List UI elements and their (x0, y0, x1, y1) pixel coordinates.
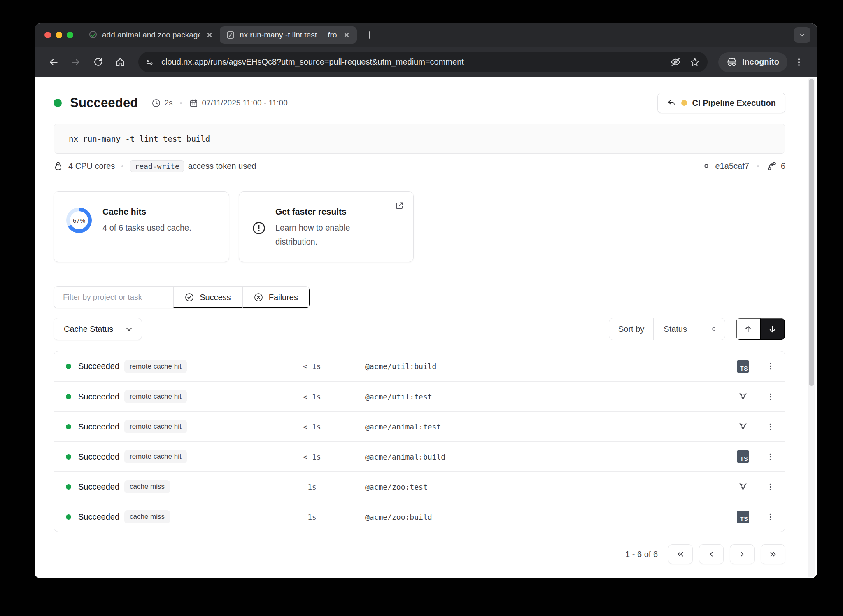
sort-field-value: Status (664, 324, 687, 334)
row-menu-icon[interactable] (763, 509, 778, 524)
task-name[interactable]: @acme/animal:test (365, 422, 441, 431)
distribution-line2: distribution. (275, 237, 317, 246)
tool-icon: TS (736, 420, 750, 433)
incognito-badge: Incognito (718, 52, 787, 72)
run-meta-row: 4 CPU cores read-write access token used… (54, 159, 785, 173)
page-content: Succeeded 2s 07/11/2025 11:00 - 11:00 CI… (35, 77, 817, 578)
forward-icon[interactable] (66, 52, 86, 72)
tab-nx-run[interactable]: nx run-many -t lint test ... fro (220, 26, 357, 44)
vitest-icon (738, 481, 748, 492)
row-menu-icon[interactable] (763, 449, 778, 464)
cache-status-dropdown[interactable]: Cache Status (54, 318, 142, 340)
maximize-window-button[interactable] (67, 32, 73, 38)
table-row[interactable]: Succeeded remote cache hit < 1s @acme/an… (54, 411, 785, 441)
task-status-dot (66, 424, 71, 429)
branch-count[interactable]: 6 (781, 161, 785, 171)
home-icon[interactable] (110, 52, 130, 72)
browser-window: add animal and zoo packages nx run-many … (35, 23, 817, 578)
command-text: nx run-many -t lint test build (69, 134, 210, 143)
run-duration: 2s (165, 98, 173, 107)
task-name[interactable]: @acme/util:build (365, 362, 436, 371)
sort-by-label: Sort by (609, 318, 653, 340)
task-name[interactable]: @acme/zoo:build (365, 513, 432, 521)
first-page-button[interactable] (668, 544, 693, 564)
commit-sha[interactable]: e1a5caf7 (715, 161, 749, 171)
success-filter-button[interactable]: Success (173, 287, 242, 308)
table-row[interactable]: Succeeded remote cache hit < 1s @acme/ut… (54, 351, 785, 381)
bookmark-star-icon[interactable] (689, 57, 700, 68)
task-status-dot (66, 394, 71, 399)
tab-title: add animal and zoo packages (102, 30, 200, 40)
tab-close-icon[interactable] (341, 30, 352, 40)
minimize-window-button[interactable] (56, 32, 62, 38)
external-link-icon[interactable] (395, 201, 404, 210)
address-bar[interactable]: cloud.nx.app/runs/agsvEHsQc8?utm_source=… (138, 52, 708, 72)
chevron-down-icon (125, 325, 133, 334)
command-box: nx run-many -t lint test build (54, 124, 785, 154)
cache-status-badge: cache miss (124, 480, 170, 493)
row-menu-icon[interactable] (763, 419, 778, 434)
pr-check-favicon (88, 30, 98, 40)
last-page-button[interactable] (761, 544, 785, 564)
incognito-label: Incognito (742, 57, 779, 67)
sort-field-select[interactable]: Status (653, 318, 725, 340)
tab-pull-request[interactable]: add animal and zoo packages (82, 26, 220, 44)
row-menu-icon[interactable] (763, 389, 778, 404)
cache-donut-chart: 67% (66, 208, 92, 233)
browser-menu-icon[interactable] (790, 53, 808, 71)
task-status-dot (66, 364, 71, 369)
tool-icon: TS (736, 360, 750, 373)
check-circle-icon (184, 292, 194, 302)
commit-icon (701, 161, 712, 171)
distribution-card-title: Get faster results (275, 207, 350, 217)
task-name[interactable]: @acme/zoo:test (365, 483, 428, 491)
table-row[interactable]: Succeeded cache miss 1s @acme/zoo:build … (54, 502, 785, 532)
table-row[interactable]: Succeeded remote cache hit < 1s @acme/an… (54, 441, 785, 471)
reload-icon[interactable] (88, 52, 108, 72)
cache-status-label: Cache Status (64, 324, 113, 334)
separator-dot (121, 165, 123, 167)
typescript-icon: TS (737, 360, 749, 373)
row-menu-icon[interactable] (763, 359, 778, 374)
sort-ascending-button[interactable] (736, 318, 761, 340)
x-circle-icon (254, 292, 263, 302)
distribution-card[interactable]: Get faster results Learn how to enable d… (239, 191, 414, 262)
branch-icon (767, 161, 777, 171)
access-token-suffix: access token used (188, 161, 256, 171)
tab-close-icon[interactable] (204, 30, 215, 40)
url-text: cloud.nx.app/runs/agsvEHsQc8?utm_source=… (161, 57, 664, 67)
failures-filter-button[interactable]: Failures (242, 287, 310, 308)
cache-card-subtitle: 4 of 6 tasks used cache. (102, 221, 191, 235)
table-row[interactable]: Succeeded remote cache hit < 1s @acme/ut… (54, 381, 785, 411)
success-filter-label: Success (200, 293, 231, 302)
new-tab-button[interactable] (361, 27, 377, 43)
pipeline-button-label: CI Pipeline Execution (692, 98, 776, 108)
next-page-button[interactable] (730, 544, 755, 564)
task-name[interactable]: @acme/animal:build (365, 453, 445, 461)
failures-filter-label: Failures (269, 293, 298, 302)
clock-icon (151, 98, 161, 108)
filter-input[interactable] (54, 287, 173, 308)
table-row[interactable]: Succeeded cache miss 1s @acme/zoo:test T… (54, 471, 785, 502)
cpu-cores-label: 4 CPU cores (68, 161, 115, 171)
task-status-label: Succeeded (78, 512, 124, 522)
typescript-icon: TS (737, 450, 749, 463)
row-menu-icon[interactable] (763, 479, 778, 494)
close-window-button[interactable] (44, 32, 51, 38)
linux-penguin-icon (54, 161, 63, 171)
sort-group: Sort by Status (609, 318, 725, 340)
scrollbar-thumb[interactable] (809, 79, 814, 386)
scrollbar-track[interactable] (808, 78, 815, 577)
previous-page-button[interactable] (699, 544, 724, 564)
password-eye-off-icon[interactable] (670, 56, 681, 68)
site-settings-icon[interactable] (142, 55, 157, 70)
task-name[interactable]: @acme/util:test (365, 392, 432, 401)
task-status-label: Succeeded (78, 422, 124, 432)
back-icon[interactable] (44, 52, 63, 72)
sort-descending-button[interactable] (761, 318, 785, 340)
tab-search-chevron-button[interactable] (794, 27, 810, 43)
cache-status-badge: remote cache hit (124, 360, 187, 373)
task-status-label: Succeeded (78, 362, 124, 371)
ci-pipeline-execution-button[interactable]: CI Pipeline Execution (657, 93, 785, 113)
task-duration: < 1s (283, 392, 341, 401)
